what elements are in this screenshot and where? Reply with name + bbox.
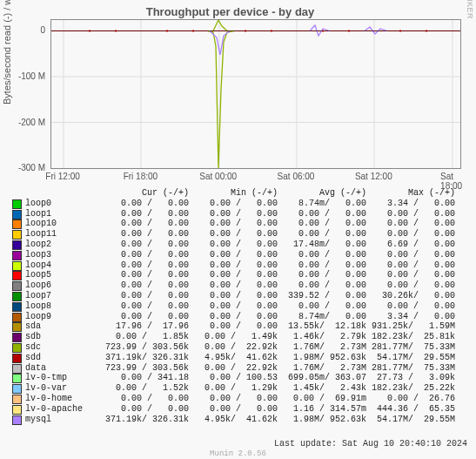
legend-cur: 371.19k/ 326.31k — [100, 415, 189, 425]
legend-cur: 0.00 / 0.00 — [100, 301, 189, 312]
x-tick: Sat 12:00 — [355, 172, 392, 181]
col-avg: Avg (-/+) — [278, 188, 366, 199]
legend-avg: 339.52 / 0.00 — [278, 291, 366, 301]
legend-min: 0.00 / 100.53 — [189, 373, 278, 383]
legend-name: loop11 — [25, 229, 100, 240]
legend-name: lv-0-apache — [25, 404, 100, 415]
y-tick: -300 M — [18, 163, 45, 172]
legend-cur: 0.00 / 0.00 — [100, 280, 189, 291]
legend-avg: 0.00 / 0.00 — [278, 229, 366, 240]
legend-name: sdc — [25, 342, 100, 353]
legend-max: 444.36 / 65.35 — [366, 404, 455, 415]
legend-avg: 8.74m/ 0.00 — [278, 312, 366, 322]
legend-avg: 0.00 / 0.00 — [278, 260, 366, 271]
plot-svg — [51, 20, 460, 168]
legend-swatch — [12, 322, 22, 332]
legend-min: 0.00 / 1.29k — [189, 383, 278, 394]
legend-row: loop100.00 / 0.000.00 / 0.000.00 / 0.000… — [12, 219, 465, 229]
legend-max: 0.00 / 0.00 — [366, 250, 455, 260]
legend-avg: 1.45k/ 2.43k — [278, 383, 366, 394]
legend-row: sdb0.00 / 1.85k0.00 / 1.49k1.46k/ 2.79k1… — [12, 332, 465, 342]
legend-cur: 17.96 / 17.96 — [100, 321, 189, 332]
legend-name: loop6 — [25, 280, 100, 291]
legend-name: sda — [25, 321, 100, 332]
legend-min: 0.00 / 22.92k — [189, 342, 278, 353]
legend-avg: 699.05m/ 363.07 — [278, 373, 366, 383]
legend-swatch — [12, 374, 22, 383]
legend-swatch — [12, 281, 22, 291]
legend-cur: 0.00 / 0.00 — [100, 394, 189, 404]
munin-graph: Throughput per device - by day Bytes/sec… — [0, 0, 476, 459]
legend-max: 281.77M/ 75.33M — [366, 342, 455, 353]
legend-avg: 1.16 / 314.57m — [278, 404, 366, 415]
legend-max: 0.00 / 0.00 — [366, 229, 455, 240]
legend-max: 182.23k/ 25.81k — [366, 332, 455, 342]
legend-row: loop00.00 / 0.000.00 / 0.008.74m/ 0.003.… — [12, 199, 465, 209]
last-update: Last update: Sat Aug 10 20:40:10 2024 — [274, 439, 467, 449]
legend-name: lv-0-tmp — [25, 373, 100, 383]
col-max: Max (-/+) — [366, 188, 455, 199]
legend-name: sdb — [25, 332, 100, 342]
legend-cur: 0.00 / 0.00 — [100, 291, 189, 301]
legend-max: 3.34 / 0.00 — [366, 199, 455, 209]
legend-row: loop20.00 / 0.000.00 / 0.0017.48m/ 0.006… — [12, 240, 465, 250]
legend-swatch — [12, 354, 22, 363]
legend-name: lv-0-home — [25, 394, 100, 404]
legend-min: 0.00 / 0.00 — [189, 270, 278, 280]
legend-swatch — [12, 230, 22, 240]
legend-swatch — [12, 271, 22, 280]
legend-avg: 8.74m/ 0.00 — [278, 199, 366, 209]
legend-cur: 0.00 / 0.00 — [100, 312, 189, 322]
legend-max: 182.23k/ 25.22k — [366, 383, 455, 394]
legend-avg: 1.46k/ 2.79k — [278, 332, 366, 342]
legend-avg: 1.76M/ 2.73M — [278, 363, 366, 374]
legend-cur: 0.00 / 0.00 — [100, 260, 189, 271]
legend-min: 0.00 / 0.00 — [189, 404, 278, 415]
legend-min: 0.00 / 0.00 — [189, 240, 278, 250]
legend-row: loop40.00 / 0.000.00 / 0.000.00 / 0.000.… — [12, 260, 465, 271]
x-tick: Fri 12:00 — [45, 172, 79, 181]
legend-name: loop5 — [25, 270, 100, 280]
chart-title: Throughput per device - by day — [0, 5, 460, 18]
legend-min: 0.00 / 0.00 — [189, 291, 278, 301]
legend-max: 0.00 / 0.00 — [366, 280, 455, 291]
legend-row: sdc723.99 / 303.56k0.00 / 22.92k1.76M/ 2… — [12, 342, 465, 353]
legend-cur: 0.00 / 0.00 — [100, 404, 189, 415]
legend-name: mysql — [25, 415, 100, 425]
legend-cur: 0.00 / 0.00 — [100, 240, 189, 250]
legend-name: loop8 — [25, 301, 100, 312]
legend-row: lv-0-home0.00 / 0.000.00 / 0.000.00 / 69… — [12, 394, 465, 404]
legend-min: 0.00 / 0.00 — [189, 219, 278, 229]
legend-avg: 0.00 / 0.00 — [278, 209, 366, 219]
legend-max: 0.00 / 0.00 — [366, 219, 455, 229]
legend-name: loop9 — [25, 312, 100, 322]
legend-name: loop1 — [25, 209, 100, 219]
legend-cur: 0.00 / 0.00 — [100, 229, 189, 240]
legend-cur: 0.00 / 1.52k — [100, 383, 189, 394]
legend-max: 27.73 / 3.09k — [366, 373, 455, 383]
legend-swatch — [12, 384, 22, 394]
plot-area — [50, 19, 461, 169]
legend-swatch — [12, 405, 22, 415]
legend-swatch — [12, 313, 22, 322]
legend-cur: 723.99 / 303.56k — [100, 363, 189, 374]
legend-row: loop70.00 / 0.000.00 / 0.00339.52 / 0.00… — [12, 291, 465, 301]
legend-avg: 0.00 / 0.00 — [278, 219, 366, 229]
rrdtool-credit: RRDTOOL / TOBI OETIKER — [466, 0, 474, 19]
legend-min: 0.00 / 0.00 — [189, 229, 278, 240]
legend-swatch — [12, 261, 22, 271]
legend-max: 0.00 / 0.00 — [366, 270, 455, 280]
legend-min: 0.00 / 0.00 — [189, 394, 278, 404]
legend-max: 30.26k/ 0.00 — [366, 291, 455, 301]
legend-max: 6.69 / 0.00 — [366, 240, 455, 250]
legend-cur: 371.19k/ 326.31k — [100, 353, 189, 363]
legend-swatch — [12, 251, 22, 260]
legend-avg: 1.76M/ 2.73M — [278, 342, 366, 353]
legend-max: 0.00 / 0.00 — [366, 209, 455, 219]
y-tick: -100 M — [18, 71, 45, 81]
legend-swatch — [12, 210, 22, 219]
legend-min: 0.00 / 0.00 — [189, 260, 278, 271]
legend-name: loop3 — [25, 250, 100, 260]
legend-max: 0.00 / 0.00 — [366, 260, 455, 271]
legend-swatch — [12, 343, 22, 353]
